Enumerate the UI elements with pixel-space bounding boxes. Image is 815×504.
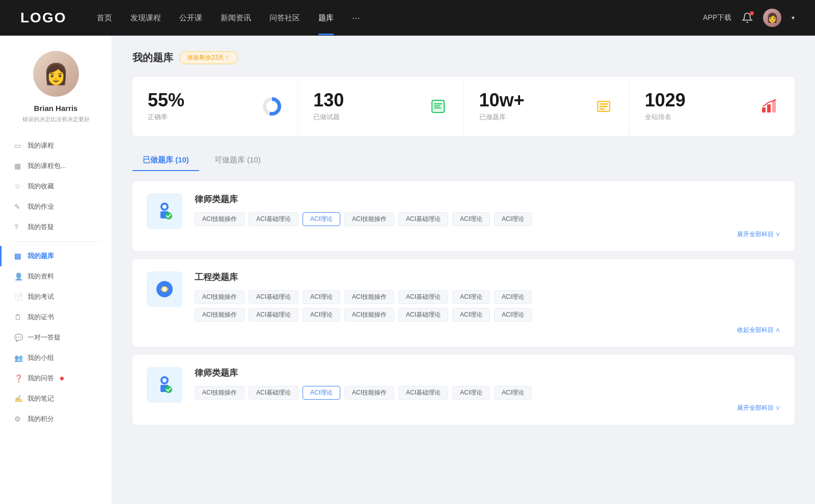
bank-tag-0-2[interactable]: ACI理论 <box>303 212 340 226</box>
bank-tag-2-1[interactable]: ACI基础理论 <box>249 386 298 400</box>
my-qa-icon: ? <box>14 223 22 231</box>
nav-item-首页[interactable]: 首页 <box>97 13 112 23</box>
sidebar-item-my-group[interactable]: 👥我的小组 <box>0 348 112 368</box>
bank-tag-2-4[interactable]: ACI基础理论 <box>398 386 448 400</box>
bank-tag-2-2[interactable]: ACI理论 <box>303 386 340 400</box>
bank-tag-1-5[interactable]: ACI理论 <box>452 290 490 304</box>
nav-item-题库[interactable]: 题库 <box>318 13 334 23</box>
sidebar-item-one-on-one[interactable]: 💬一对一答疑 <box>0 327 112 348</box>
bank-tag-1-0[interactable]: ACI技能操作 <box>195 290 244 304</box>
bank-tags-row1-1: ACI技能操作ACI基础理论ACI理论ACI技能操作ACI基础理论ACI理论AC… <box>195 290 780 304</box>
bank-tag2-1-0[interactable]: ACI技能操作 <box>195 308 244 322</box>
nav-item-公开课[interactable]: 公开课 <box>179 13 202 23</box>
my-questions-label: 我的问答 <box>28 374 54 383</box>
svg-rect-3 <box>434 105 440 106</box>
one-on-one-label: 一对一答疑 <box>28 333 61 342</box>
my-points-label: 我的积分 <box>28 414 54 424</box>
bank-tag2-1-2[interactable]: ACI理论 <box>303 308 340 322</box>
bank-tag2-1-3[interactable]: ACI技能操作 <box>344 308 394 322</box>
bank-tag2-1-5[interactable]: ACI理论 <box>452 308 490 322</box>
bank-icon-2 <box>147 367 182 403</box>
collapse-link-1[interactable]: 收起全部科目 ∧ <box>195 326 780 334</box>
questions-icon <box>428 96 448 117</box>
bank-tags-row2-1: ACI技能操作ACI基础理论ACI理论ACI技能操作ACI基础理论ACI理论AC… <box>195 308 780 322</box>
sidebar-item-my-cert[interactable]: 🗒我的证书 <box>0 307 112 327</box>
bank-tag-1-4[interactable]: ACI基础理论 <box>398 290 448 304</box>
accuracy-icon <box>262 96 282 117</box>
bank-tag-2-5[interactable]: ACI理论 <box>452 386 490 400</box>
sidebar-item-my-questions[interactable]: ❓我的问答 <box>0 368 112 388</box>
bank-tag2-1-4[interactable]: ACI基础理论 <box>398 308 448 322</box>
svg-rect-11 <box>767 104 771 113</box>
stat-value-accuracy: 55% <box>148 91 184 109</box>
page-wrapper: 👩 Brian Harris 错误的决定比没有决定要好 ▭我的课程▦我的课程包.… <box>0 0 815 504</box>
expand-link-2[interactable]: 展开全部科目 ∨ <box>195 404 780 412</box>
sidebar-item-my-profile[interactable]: 👤我的资料 <box>0 266 112 287</box>
bank-cards-container: 律师类题库ACI技能操作ACI基础理论ACI理论ACI技能操作ACI基础理论AC… <box>132 181 795 425</box>
page-title: 我的题库 <box>132 51 173 65</box>
bank-tag-1-6[interactable]: ACI理论 <box>494 290 532 304</box>
my-homework-label: 我的作业 <box>28 202 54 211</box>
bank-tag-1-1[interactable]: ACI基础理论 <box>249 290 298 304</box>
bank-tag2-1-1[interactable]: ACI基础理论 <box>249 308 298 322</box>
bank-tag-2-0[interactable]: ACI技能操作 <box>195 386 244 400</box>
notification-bell[interactable] <box>742 12 753 23</box>
sidebar-item-my-bank[interactable]: ▤我的题库 <box>0 246 112 266</box>
bank-tag-0-1[interactable]: ACI基础理论 <box>249 212 298 226</box>
stat-value-done-b: 10w+ <box>479 91 525 109</box>
my-cert-label: 我的证书 <box>28 313 54 322</box>
svg-rect-8 <box>600 106 608 107</box>
nav-item-问答社区[interactable]: 问答社区 <box>269 13 300 23</box>
nav-more-button[interactable]: ··· <box>352 13 360 23</box>
my-bank-label: 我的题库 <box>28 251 54 261</box>
page-title-row: 我的题库 体验剩余23天！ <box>132 51 795 65</box>
nav-item-新闻资讯[interactable]: 新闻资讯 <box>221 13 251 23</box>
one-on-one-icon: 💬 <box>14 333 22 342</box>
svg-rect-10 <box>762 107 766 113</box>
svg-rect-7 <box>600 103 608 105</box>
sidebar-item-my-points[interactable]: ⚙我的积分 <box>0 409 112 429</box>
sidebar-item-my-qa[interactable]: ?我的答疑 <box>0 217 112 237</box>
stat-value-done-q: 130 <box>313 91 344 109</box>
tab-1[interactable]: 可做题库 (10) <box>204 150 271 170</box>
bank-tag-0-6[interactable]: ACI理论 <box>494 212 532 226</box>
tab-0[interactable]: 已做题库 (10) <box>132 150 199 170</box>
sidebar-item-my-homework[interactable]: ✎我的作业 <box>0 197 112 217</box>
navbar-right: APP下载 👩 ▾ <box>703 9 795 27</box>
bank-tag-0-0[interactable]: ACI技能操作 <box>195 212 244 226</box>
bank-icon-0 <box>147 193 182 229</box>
nav-item-发现课程[interactable]: 发现课程 <box>130 13 161 23</box>
stat-label-accuracy: 正确率 <box>148 113 184 122</box>
logo[interactable]: LOGO <box>20 10 66 26</box>
my-collect-icon: ☆ <box>14 182 22 190</box>
my-group-label: 我的小组 <box>28 353 54 362</box>
bank-tag-2-3[interactable]: ACI技能操作 <box>344 386 394 400</box>
expand-link-0[interactable]: 展开全部科目 ∨ <box>195 230 780 239</box>
svg-point-13 <box>774 99 776 101</box>
bank-tag-2-6[interactable]: ACI理论 <box>494 386 532 400</box>
bank-tag-1-3[interactable]: ACI技能操作 <box>344 290 394 304</box>
bank-tag-0-3[interactable]: ACI技能操作 <box>344 212 394 226</box>
bank-tag-1-2[interactable]: ACI理论 <box>303 290 340 304</box>
avatar-chevron-icon[interactable]: ▾ <box>792 14 795 21</box>
svg-rect-12 <box>772 101 776 113</box>
bank-tag-0-4[interactable]: ACI基础理论 <box>398 212 448 226</box>
stat-card-done-questions: 130 已做试题 <box>298 77 464 136</box>
bank-tag2-1-6[interactable]: ACI理论 <box>494 308 532 322</box>
sidebar-item-my-exam[interactable]: 📄我的考试 <box>0 287 112 307</box>
sidebar-item-my-course-pkg[interactable]: ▦我的课程包... <box>0 156 112 176</box>
navbar: LOGO 首页发现课程公开课新闻资讯问答社区题库··· APP下载 👩 ▾ <box>0 0 815 36</box>
sidebar-item-my-notes[interactable]: ✍我的笔记 <box>0 388 112 409</box>
svg-rect-4 <box>434 107 441 108</box>
sidebar-item-my-course[interactable]: ▭我的课程 <box>0 135 112 156</box>
my-group-icon: 👥 <box>14 354 22 362</box>
my-bank-icon: ▤ <box>14 252 22 260</box>
notification-dot <box>750 11 754 15</box>
sidebar-item-my-collect[interactable]: ☆我的收藏 <box>0 176 112 197</box>
app-download-link[interactable]: APP下载 <box>703 13 731 22</box>
bank-icon-1 <box>147 271 182 307</box>
bank-body-1: 工程类题库ACI技能操作ACI基础理论ACI理论ACI技能操作ACI基础理论AC… <box>195 271 780 334</box>
user-avatar[interactable]: 👩 <box>763 9 781 27</box>
bank-tag-0-5[interactable]: ACI理论 <box>452 212 490 226</box>
stat-card-rank: 1029 全站排名 <box>630 77 795 136</box>
